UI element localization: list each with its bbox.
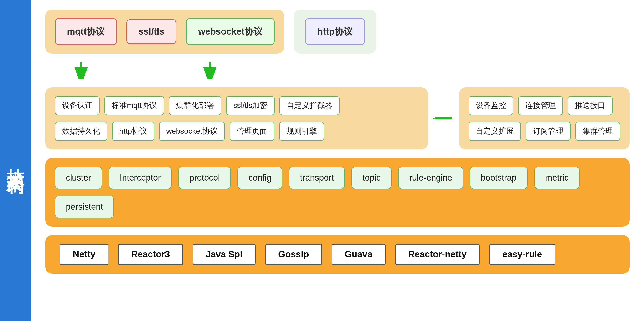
plugin-box: 设备监控 连接管理 推送接口 自定义扩展 订阅管理 集群管理 [459, 87, 630, 149]
feature-rule-engine: 规则引擎 [279, 122, 324, 141]
feature-device-auth: 设备认证 [55, 96, 100, 115]
arrow-down-left [45, 62, 88, 79]
plugin-cluster-mgmt: 集群管理 [575, 122, 620, 141]
plugin-connection-mgmt: 连接管理 [518, 96, 563, 115]
feature-interceptor: 自定义拦截器 [280, 96, 340, 115]
plugin-custom-ext: 自定义扩展 [468, 122, 521, 141]
top-row: mqtt协议 ssl/tls websocket协议 http协议 [45, 9, 630, 54]
feature-persistence: 数据持久化 [55, 122, 107, 141]
lib-java-spi: Java Spi [193, 244, 256, 265]
core-row-2: 数据持久化 http协议 websocket协议 管理页面 规则引擎 [55, 122, 418, 141]
module-interceptor: Interceptor [109, 167, 172, 189]
lib-easy-rule: easy-rule [489, 244, 555, 265]
module-transport: transport [289, 167, 345, 189]
plugin-sub-mgmt: 订阅管理 [526, 122, 570, 141]
feature-cluster: 集群化部署 [169, 96, 221, 115]
arrow-left-container [433, 87, 454, 149]
module-protocol: protocol [178, 167, 231, 189]
feature-ssl: ssl/tls加密 [226, 96, 275, 115]
http-section: http协议 [294, 9, 376, 54]
feature-mqtt-standard: 标准mqtt协议 [104, 96, 164, 115]
lib-guava: Guava [332, 244, 386, 265]
arrow-down-right [98, 62, 217, 79]
ssl-protocol-box: ssl/tls [126, 19, 176, 44]
plugin-row-2: 自定义扩展 订阅管理 集群管理 [468, 122, 620, 141]
emqx-core-box: 设备认证 标准mqtt协议 集群化部署 ssl/tls加密 自定义拦截器 数据持… [45, 87, 428, 149]
main-content: mqtt协议 ssl/tls websocket协议 http协议 [31, 0, 644, 321]
sidebar: 技术架构 [0, 0, 31, 321]
module-bootstrap: bootstrap [470, 167, 528, 189]
feature-websocket: websocket协议 [159, 122, 224, 141]
lib-reactor3: Reactor3 [118, 244, 183, 265]
websocket-protocol-box: websocket协议 [186, 18, 275, 45]
middle-row: 设备认证 标准mqtt协议 集群化部署 ssl/tls加密 自定义拦截器 数据持… [45, 87, 630, 149]
module-topic: topic [352, 167, 392, 189]
library-row: Netty Reactor3 Java Spi Gossip Guava Rea… [45, 235, 630, 274]
plugin-device-monitor: 设备监控 [468, 96, 513, 115]
mqtt-protocol-box: mqtt协议 [55, 18, 117, 45]
module-rule-engine: rule-engine [398, 167, 463, 189]
lib-gossip: Gossip [265, 244, 322, 265]
core-row-1: 设备认证 标准mqtt协议 集群化部署 ssl/tls加密 自定义拦截器 [55, 96, 418, 115]
module-persistent: persistent [55, 196, 114, 218]
plugin-push-api: 推送接口 [568, 96, 612, 115]
lib-reactor-netty: Reactor-netty [395, 244, 480, 265]
lib-netty: Netty [60, 244, 108, 265]
module-config: config [238, 167, 282, 189]
feature-http: http协议 [112, 122, 154, 141]
protocol-section: mqtt协议 ssl/tls websocket协议 [45, 9, 284, 54]
plugin-row-1: 设备监控 连接管理 推送接口 [468, 96, 620, 115]
sidebar-title: 技术架构 [4, 155, 27, 166]
arrows-row [45, 62, 630, 79]
module-cluster: cluster [55, 167, 102, 189]
module-row: cluster Interceptor protocol config tran… [45, 158, 630, 227]
http-protocol-box: http协议 [305, 18, 365, 45]
feature-management: 管理页面 [230, 122, 274, 141]
module-metric: metric [534, 167, 580, 189]
